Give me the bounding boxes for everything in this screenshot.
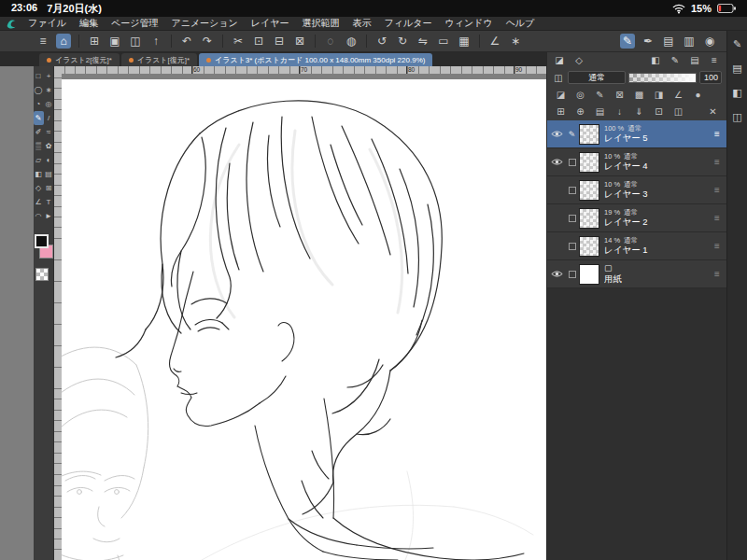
watercolor-icon[interactable]: ≈	[44, 125, 54, 139]
layer-menu-handle[interactable]: ≡	[712, 185, 723, 195]
eraser-icon[interactable]: ▱	[34, 153, 44, 167]
menu-item-page-management[interactable]: ページ管理	[111, 17, 158, 30]
workspace-home-icon[interactable]: ⌂	[56, 34, 71, 49]
menu-item-window[interactable]: ウィンドウ	[444, 17, 492, 30]
menu-item-selection[interactable]: 選択範囲	[303, 17, 340, 30]
menu-item-view[interactable]: 表示	[353, 17, 372, 30]
layer-thumbnail[interactable]	[579, 236, 599, 257]
dock-color-icon[interactable]: ◧	[730, 85, 745, 100]
dock-layer-icon[interactable]: ◫	[730, 109, 745, 124]
rotate-right-icon[interactable]: ↻	[395, 34, 410, 49]
pencil-icon[interactable]: /	[44, 111, 54, 125]
layer-check-box[interactable]	[565, 187, 579, 194]
figure-icon[interactable]: ◇	[34, 181, 44, 195]
dock-pen-icon[interactable]: ✎	[730, 36, 745, 51]
layer-check-box[interactable]	[565, 271, 579, 278]
opacity-value[interactable]: 100	[699, 71, 722, 84]
visibility-eye-icon[interactable]	[549, 158, 565, 166]
layer-row[interactable]: 10 %通常レイヤー 4≡	[547, 148, 726, 176]
blend-mode-select[interactable]: 通常	[568, 71, 626, 84]
layer-thumbnail[interactable]	[579, 208, 599, 229]
ruler-icon[interactable]: ∠	[34, 195, 44, 209]
show-grid-icon[interactable]: ▦	[457, 34, 472, 49]
snap-to-ruler-icon[interactable]: ∠	[487, 34, 502, 49]
tab-illust3[interactable]: イラスト3* (ポストカード 100.00 x 148.00mm 350dpi …	[199, 53, 432, 66]
undo-icon[interactable]: ↶	[179, 34, 194, 49]
decoration-icon[interactable]: ✿	[44, 139, 54, 153]
operation-icon[interactable]: ►	[44, 209, 54, 223]
clip-studio-logo-icon[interactable]	[6, 18, 22, 30]
redo-icon[interactable]: ↷	[200, 34, 215, 49]
new-canvas-icon[interactable]: ⊞	[87, 34, 102, 49]
lasso-icon[interactable]: ◯	[34, 83, 44, 97]
sub-view-icon[interactable]: ▥	[682, 34, 697, 49]
pen-icon[interactable]: ✎	[34, 111, 44, 125]
menu-item-animation[interactable]: アニメーション	[171, 17, 237, 30]
select-icon[interactable]: □	[34, 69, 44, 83]
cut-icon[interactable]: ✂	[231, 34, 246, 49]
layer-row[interactable]: 14 %通常レイヤー 1≡	[547, 232, 726, 260]
transparent-color-swatch[interactable]	[35, 268, 49, 281]
visibility-eye-icon[interactable]	[549, 130, 565, 138]
delete-layer-icon[interactable]: ✕	[706, 105, 720, 119]
layer-row[interactable]: 19 %通常レイヤー 2≡	[547, 204, 726, 232]
select-layer-mode-icon[interactable]: ◪	[553, 54, 566, 67]
layer-menu-handle[interactable]: ≡	[712, 269, 723, 279]
layer-menu-handle[interactable]: ≡	[712, 241, 723, 251]
correct-line-icon[interactable]: ✎	[620, 34, 635, 49]
dock-brush-settings-icon[interactable]: ▤	[730, 61, 745, 76]
layer-menu-handle[interactable]: ≡	[712, 129, 723, 139]
visibility-eye-icon[interactable]	[549, 270, 565, 278]
ruler-layer-icon[interactable]: ∠	[671, 89, 685, 103]
editing-pencil-icon[interactable]: ✎	[565, 130, 579, 139]
enable-mask-icon[interactable]: ◨	[652, 89, 666, 103]
menu-item-help[interactable]: ヘルプ	[506, 17, 535, 30]
menu-item-edit[interactable]: 編集	[79, 17, 98, 30]
special-layer-icon[interactable]: ◇	[572, 54, 585, 67]
reference-layer-icon[interactable]: ◎	[573, 89, 587, 103]
zoom-icon[interactable]: ◎	[44, 97, 54, 111]
snap-to-special-ruler-icon[interactable]: ∗	[508, 34, 523, 49]
menu-item-layer[interactable]: レイヤー	[251, 17, 289, 30]
balloon-icon[interactable]: ◠	[34, 209, 44, 223]
lock-transparent-pixels-icon[interactable]: ▩	[632, 89, 646, 103]
new-layer-folder-icon[interactable]: ▤	[593, 105, 607, 119]
flip-horizontal-icon[interactable]: ⇋	[416, 34, 430, 49]
airbrush-icon[interactable]: ▒	[34, 139, 44, 153]
frame-icon[interactable]: ⊞	[44, 181, 54, 195]
main-color-swatch[interactable]	[35, 234, 49, 248]
new-vector-layer-icon[interactable]: ⊕	[573, 105, 587, 119]
eyedropper-icon[interactable]: ◔	[34, 97, 44, 111]
open-file-icon[interactable]: ▣	[107, 34, 122, 49]
main-menu-icon[interactable]: ≡	[35, 34, 50, 49]
brush-icon[interactable]: ✐	[34, 125, 44, 139]
vector-tool-icon[interactable]: ✒	[641, 34, 655, 49]
layer-menu-handle[interactable]: ≡	[712, 213, 723, 223]
layer-thumbnail[interactable]	[579, 180, 599, 201]
opacity-slider[interactable]	[628, 73, 697, 83]
deselect-icon[interactable]: ◌	[323, 34, 338, 49]
layer-check-box[interactable]	[565, 243, 579, 250]
gradient-icon[interactable]: ▤	[44, 167, 54, 181]
invert-selection-icon[interactable]: ◍	[344, 34, 359, 49]
lock-layer-icon[interactable]: ⊠	[613, 89, 627, 103]
tab-illust2[interactable]: イラスト2[復元]*	[39, 53, 120, 66]
auto-select-icon[interactable]: ∗	[44, 83, 54, 97]
layer-palette-menu-icon[interactable]: ≡	[708, 54, 721, 67]
material-palette-icon[interactable]: ▤	[661, 34, 676, 49]
text-icon[interactable]: T	[44, 195, 54, 209]
quick-mask-icon[interactable]: ✎	[669, 54, 682, 67]
layer-row[interactable]: 10 %通常レイヤー 3≡	[547, 176, 726, 204]
paste-icon[interactable]: ⊟	[272, 34, 287, 49]
layer-view-icon[interactable]: ▤	[688, 54, 701, 67]
layer-color-icon[interactable]: ●	[691, 89, 705, 103]
layer-mask-icon[interactable]: ◫	[671, 105, 685, 119]
tab-illust-restored[interactable]: イラスト[復元]*	[121, 53, 197, 66]
layer-thumbnail[interactable]	[579, 264, 599, 285]
menu-item-filter[interactable]: フィルター	[385, 17, 432, 30]
move-icon[interactable]: +	[44, 69, 54, 83]
new-raster-layer-icon[interactable]: ⊞	[554, 105, 568, 119]
fill-icon[interactable]: ◧	[34, 167, 44, 181]
layer-row[interactable]: ✎100 %通常レイヤー 5≡	[547, 120, 726, 148]
drawing-canvas[interactable]	[62, 79, 546, 560]
